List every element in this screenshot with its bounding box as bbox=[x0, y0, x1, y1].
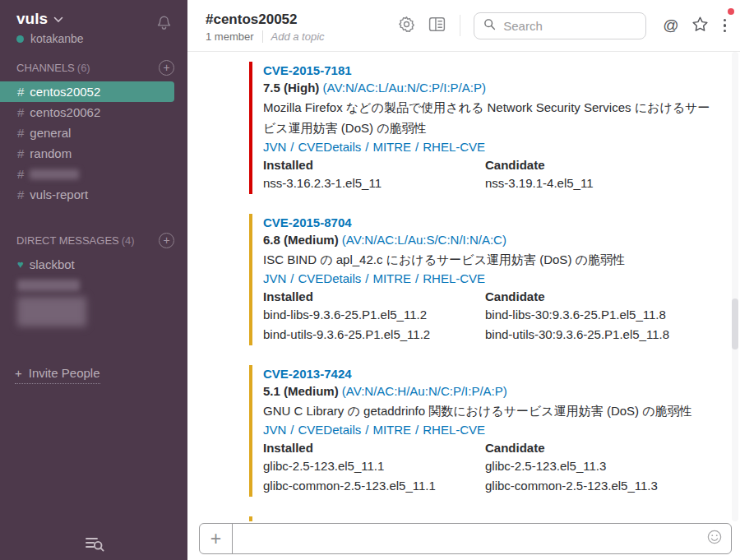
rhel-cve-link[interactable]: RHEL-CVE bbox=[423, 271, 485, 285]
installed-field: Installed glibc-2.5-123.el5_11.1 glibc-c… bbox=[263, 439, 485, 497]
scrollbar-thumb[interactable] bbox=[732, 299, 738, 349]
details-pane-icon bbox=[428, 15, 446, 37]
redacted-channel-name bbox=[30, 169, 79, 179]
workspace-menu[interactable]: vuls bbox=[16, 10, 84, 28]
member-count[interactable]: 1 member bbox=[206, 30, 254, 43]
cve-reference-links: JVN/CVEDetails/MITRE/RHEL-CVE bbox=[263, 421, 717, 439]
message-input-box: + bbox=[199, 523, 732, 554]
installed-label: Installed bbox=[263, 156, 485, 174]
cve-reference-links: JVN/CVEDetails/MITRE/RHEL-CVE bbox=[263, 270, 717, 288]
cve-link[interactable]: CVE-2015-0286 bbox=[263, 516, 717, 521]
sidebar-item-centos20052[interactable]: # centos20052 bbox=[0, 81, 174, 102]
rhel-cve-link[interactable]: RHEL-CVE bbox=[423, 423, 485, 437]
flexpane-toggle-button[interactable] bbox=[428, 15, 446, 37]
invite-people-button[interactable]: + Invite People bbox=[15, 366, 187, 384]
cve-attachment: CVE-2013-7424 5.1 (Medium) (AV:N/AC:H/Au… bbox=[249, 365, 717, 497]
scrollbar-track bbox=[732, 52, 738, 521]
installed-package: bind-utils-9.3.6-25.P1.el5_11.2 bbox=[263, 326, 485, 343]
hash-icon: # bbox=[17, 146, 24, 160]
current-user[interactable]: kotakanbe bbox=[16, 32, 84, 45]
current-user-name: kotakanbe bbox=[30, 32, 84, 45]
cvedetails-link[interactable]: CVEDetails bbox=[298, 140, 362, 154]
hash-icon: # bbox=[17, 85, 24, 99]
emoji-button[interactable] bbox=[706, 529, 723, 548]
installed-package: glibc-common-2.5-123.el5_11.1 bbox=[263, 477, 485, 494]
jvn-link[interactable]: JVN bbox=[263, 140, 286, 154]
mentions-button[interactable]: @ bbox=[663, 17, 678, 34]
sidebar-item-random[interactable]: # random bbox=[0, 143, 174, 164]
cve-description: Mozilla Firefox などの製品で使用される Network Secu… bbox=[263, 97, 717, 138]
add-topic-button[interactable]: Add a topic bbox=[271, 30, 325, 43]
sidebar-item-redacted-dm-1[interactable] bbox=[0, 275, 174, 295]
rhel-cve-link[interactable]: RHEL-CVE bbox=[423, 140, 485, 154]
attach-file-button[interactable]: + bbox=[200, 524, 233, 553]
starred-items-button[interactable] bbox=[691, 15, 710, 37]
redacted-dm-name bbox=[17, 297, 86, 326]
cvss-vector-link[interactable]: (AV:N/AC:L/Au:N/C:P/I:P/A:P) bbox=[323, 81, 486, 95]
jvn-link[interactable]: JVN bbox=[263, 423, 286, 437]
channel-settings-button[interactable] bbox=[397, 15, 416, 37]
redacted-dm-name bbox=[17, 280, 80, 291]
candidate-package: bind-libs-30:9.3.6-25.P1.el5_11.8 bbox=[485, 306, 717, 323]
candidate-field: Candidate bind-libs-30:9.3.6-25.P1.el5_1… bbox=[485, 288, 717, 345]
candidate-label: Candidate bbox=[485, 439, 717, 457]
candidate-label: Candidate bbox=[485, 288, 717, 306]
hash-icon: # bbox=[17, 126, 24, 140]
main-panel: #centos20052 1 member Add a topic bbox=[187, 0, 740, 560]
message-input[interactable] bbox=[233, 524, 706, 553]
channel-list: # centos20052 # centos20062 # general # … bbox=[0, 81, 187, 205]
jvn-link[interactable]: JVN bbox=[263, 271, 286, 285]
installed-package: bind-libs-9.3.6-25.P1.el5_11.2 bbox=[263, 306, 485, 323]
cve-message: CVE-2015-7181 7.5 (High) (AV:N/AC:L/Au:N… bbox=[249, 62, 717, 194]
search-input[interactable] bbox=[503, 19, 636, 33]
star-icon bbox=[691, 15, 710, 37]
sidebar-item-redacted-channel[interactable]: # bbox=[0, 164, 174, 184]
candidate-package: nss-3.19.1-4.el5_11 bbox=[485, 174, 717, 192]
sidebar-item-vuls-report[interactable]: # vuls-report bbox=[0, 184, 174, 205]
cvss-score: 5.1 (Medium) bbox=[263, 384, 339, 398]
gear-icon bbox=[397, 15, 416, 37]
cve-link[interactable]: CVE-2015-7181 bbox=[263, 62, 717, 79]
hash-icon: # bbox=[17, 167, 24, 181]
channels-header: CHANNELS(6) bbox=[16, 62, 90, 74]
chevron-down-icon bbox=[53, 12, 63, 26]
sidebar: vuls kotakanbe CHANNELS(6) + bbox=[0, 0, 187, 560]
dm-list: ♥ slackbot bbox=[0, 254, 187, 331]
cvss-vector-link[interactable]: (AV:N/AC:H/Au:N/C:P/I:P/A:P) bbox=[342, 384, 507, 398]
cve-attachment: CVE-2015-8704 6.8 (Medium) (AV:N/AC:L/Au… bbox=[249, 214, 717, 345]
invite-people-label: Invite People bbox=[29, 366, 100, 380]
cvedetails-link[interactable]: CVEDetails bbox=[298, 423, 362, 437]
sidebar-item-slackbot[interactable]: ♥ slackbot bbox=[0, 254, 174, 275]
add-channel-button[interactable]: + bbox=[159, 60, 174, 76]
notifications-bell-icon[interactable] bbox=[155, 14, 173, 35]
plus-icon: + bbox=[15, 366, 22, 380]
cvss-vector-link[interactable]: (AV:N/AC:L/Au:S/C:N/I:N/A:C) bbox=[342, 233, 506, 247]
candidate-field: Candidate nss-3.19.1-4.el5_11 bbox=[485, 156, 717, 194]
more-menu-button[interactable] bbox=[721, 17, 729, 35]
cvedetails-link[interactable]: CVEDetails bbox=[298, 271, 362, 285]
add-dm-button[interactable]: + bbox=[159, 233, 174, 248]
hash-icon: # bbox=[17, 105, 24, 119]
installed-package: nss-3.16.2.3-1.el5_11 bbox=[263, 174, 485, 192]
installed-label: Installed bbox=[263, 439, 485, 457]
composer: + bbox=[187, 521, 740, 560]
channel-search-icon[interactable] bbox=[0, 535, 187, 553]
cve-link[interactable]: CVE-2013-7424 bbox=[263, 365, 717, 382]
direct-messages-section: DIRECT MESSAGES(4) + ♥ slackbot bbox=[0, 233, 187, 331]
installed-package: glibc-2.5-123.el5_11.1 bbox=[263, 457, 485, 474]
sidebar-item-centos20062[interactable]: # centos20062 bbox=[0, 102, 174, 123]
sidebar-item-redacted-dm-2[interactable] bbox=[0, 295, 174, 331]
sidebar-item-general[interactable]: # general bbox=[0, 123, 174, 143]
mitre-link[interactable]: MITRE bbox=[372, 271, 411, 285]
mitre-link[interactable]: MITRE bbox=[372, 423, 411, 437]
candidate-field: Candidate glibc-2.5-123.el5_11.3 glibc-c… bbox=[485, 439, 717, 497]
kebab-menu-icon bbox=[724, 19, 727, 33]
cve-message: CVE-2015-0286 bbox=[249, 516, 717, 521]
mitre-link[interactable]: MITRE bbox=[372, 140, 411, 154]
installed-label: Installed bbox=[263, 288, 485, 306]
search-box[interactable] bbox=[474, 12, 646, 39]
dms-header: DIRECT MESSAGES(4) bbox=[16, 234, 135, 247]
cve-link[interactable]: CVE-2015-8704 bbox=[263, 214, 717, 231]
cve-attachment: CVE-2015-7181 7.5 (High) (AV:N/AC:L/Au:N… bbox=[249, 62, 717, 194]
heart-icon: ♥ bbox=[17, 258, 24, 271]
